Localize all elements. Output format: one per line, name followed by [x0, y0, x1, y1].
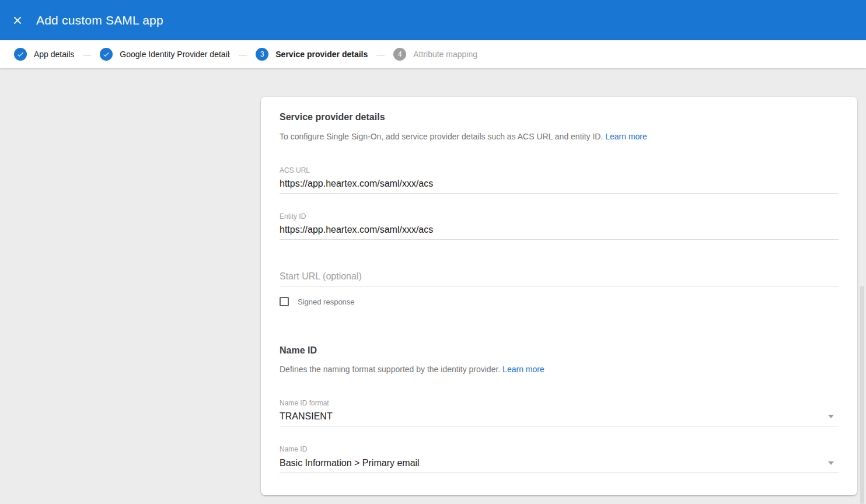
step-1-label: App details — [34, 50, 74, 59]
step-4-label: Attribute mapping — [413, 50, 477, 59]
acs-url-input[interactable] — [280, 178, 839, 194]
step-separator: — — [376, 50, 385, 59]
start-url-input[interactable] — [280, 271, 839, 286]
acs-url-label: ACS URL — [280, 166, 310, 174]
step-4-circle: 4 — [393, 48, 406, 61]
close-icon — [12, 15, 23, 26]
dialog-header: Add custom SAML app — [0, 0, 866, 40]
dialog-title: Add custom SAML app — [36, 13, 163, 27]
service-provider-card: Service provider details To configure Si… — [261, 97, 857, 495]
step-separator: — — [239, 50, 247, 59]
name-id-label: Name ID — [280, 445, 307, 453]
step-3-number: 3 — [260, 50, 264, 58]
step-3-circle: 3 — [256, 48, 268, 61]
step-4-number: 4 — [398, 50, 402, 58]
step-attribute-mapping[interactable]: 4 Attribute mapping — [393, 48, 477, 61]
name-id-description-text: Defines the naming format supported by t… — [280, 365, 502, 374]
name-id-description: Defines the naming format supported by t… — [280, 365, 544, 374]
learn-more-link[interactable]: Learn more — [605, 132, 647, 141]
entity-id-input[interactable] — [280, 224, 839, 240]
close-button[interactable] — [6, 9, 29, 32]
step-service-provider-details[interactable]: 3 Service provider details — [256, 48, 368, 61]
step-2-circle — [100, 48, 113, 61]
section-title: Service provider details — [280, 112, 385, 123]
step-separator: — — [83, 50, 91, 59]
check-icon — [16, 50, 25, 58]
chevron-down-icon — [828, 461, 834, 465]
check-icon — [102, 50, 110, 58]
name-id-format-label: Name ID format — [280, 399, 329, 407]
entity-id-label: Entity ID — [280, 212, 306, 220]
step-app-details[interactable]: App details — [14, 48, 74, 61]
name-id-learn-more-link[interactable]: Learn more — [502, 365, 544, 374]
name-id-format-value: TRANSIENT — [280, 411, 333, 421]
name-id-value: Basic Information > Primary email — [280, 458, 420, 468]
step-1-circle — [14, 48, 27, 61]
signed-response-label: Signed response — [298, 298, 355, 306]
name-id-select[interactable]: Basic Information > Primary email — [280, 457, 839, 473]
step-google-idp-details[interactable]: Google Identity Provider details — [100, 48, 230, 61]
vertical-scrollbar[interactable] — [860, 286, 864, 504]
section-description: To configure Single Sign-On, add service… — [280, 132, 647, 141]
step-2-label: Google Identity Provider details — [120, 50, 230, 59]
section-description-text: To configure Single Sign-On, add service… — [280, 132, 605, 141]
name-id-section-title: Name ID — [280, 345, 317, 356]
stepper-bar: App details — Google Identity Provider d… — [0, 40, 866, 68]
signed-response-checkbox[interactable] — [280, 297, 289, 306]
step-3-label: Service provider details — [275, 50, 368, 59]
chevron-down-icon — [828, 415, 834, 418]
name-id-format-select[interactable]: TRANSIENT — [280, 411, 839, 426]
